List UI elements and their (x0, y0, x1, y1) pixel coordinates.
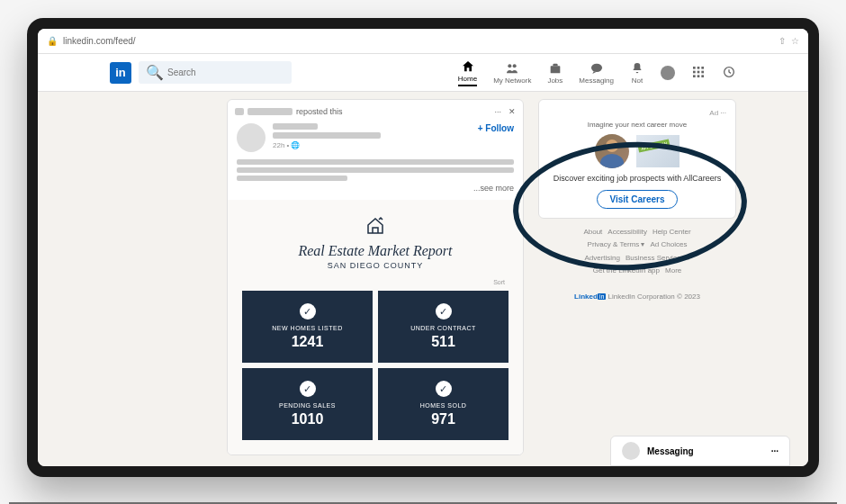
share-icon[interactable]: ⇧ (778, 36, 786, 46)
stats-grid: ✓NEW HOMES LISTED1241✓UNDER CONTRACT511✓… (242, 291, 508, 440)
svg-rect-11 (698, 75, 700, 77)
footer-link[interactable]: Help Center (652, 228, 691, 236)
svg-rect-8 (698, 71, 700, 74)
footer-link[interactable]: Privacy & Terms ▾ (588, 240, 645, 248)
search-icon: 🔍 (146, 64, 164, 81)
stat-card: ✓PENDING SALES1010 (242, 368, 373, 440)
stat-card: ✓NEW HOMES LISTED1241 (242, 291, 373, 363)
post-menu-icon[interactable]: ··· (494, 107, 501, 116)
jobs-icon (548, 61, 562, 76)
svg-rect-5 (698, 67, 700, 69)
close-icon[interactable]: ✕ (508, 107, 516, 116)
search-box[interactable]: 🔍 (139, 61, 292, 84)
message-icon (590, 61, 604, 76)
linkedin-brand: Linked (574, 292, 598, 301)
report-subtitle: SAN DIEGO COUNTY (242, 261, 508, 270)
network-icon (505, 61, 519, 76)
target-icon (722, 65, 736, 79)
nav-me[interactable] (661, 66, 675, 80)
feed-post: reposted this ···✕ 22h • 🌐 + Follow ...s… (227, 99, 524, 455)
svg-rect-9 (701, 71, 704, 74)
footer-link[interactable]: Business Services ▾ (626, 254, 690, 262)
post-timestamp: 22h • 🌐 (273, 141, 471, 149)
avatar-icon (661, 66, 675, 80)
footer-link[interactable]: Ad Choices (650, 240, 687, 248)
browser-url-bar: 🔒 linkedin.com/feed/ ⇧☆ (38, 29, 808, 54)
linkedin-logo[interactable]: in (110, 62, 131, 84)
svg-rect-2 (551, 66, 561, 73)
url-text: linkedin.com/feed/ (63, 36, 778, 46)
svg-rect-4 (693, 67, 696, 69)
ad-title: Imagine your next career move (548, 121, 726, 129)
avatar (622, 442, 640, 460)
repost-header: reposted this ···✕ (228, 100, 523, 123)
ad-avatar (595, 134, 629, 168)
post-image-report: Real Estate Market Report SAN DIEGO COUN… (228, 200, 523, 454)
nav-network[interactable]: My Network (493, 61, 531, 85)
svg-rect-10 (693, 75, 696, 77)
see-more-link[interactable]: ...see more (237, 184, 514, 193)
footer-link[interactable]: Accessibility (608, 228, 647, 236)
check-icon: ✓ (300, 303, 316, 320)
stat-card: ✓UNDER CONTRACT511 (378, 291, 508, 363)
svg-point-3 (591, 63, 602, 71)
footer-link[interactable]: More (665, 266, 681, 274)
footer-link[interactable]: Advertising (584, 254, 620, 262)
report-title: Real Estate Market Report (242, 243, 508, 259)
svg-rect-7 (693, 71, 696, 74)
globe-icon: 🌐 (291, 141, 300, 149)
footer-link[interactable]: About (583, 228, 602, 236)
check-icon: ✓ (436, 381, 452, 397)
nav-work[interactable] (691, 65, 706, 80)
bell-icon (630, 61, 644, 76)
svg-point-0 (508, 64, 512, 68)
footer-link[interactable]: Get the LinkedIn app (593, 266, 660, 274)
messaging-bar[interactable]: Messaging ··· (610, 436, 790, 466)
nav-notifications[interactable]: Not (630, 61, 644, 85)
check-icon: ✓ (300, 381, 316, 397)
svg-rect-12 (701, 75, 704, 77)
url-actions: ⇧☆ (778, 36, 799, 46)
nav-jobs[interactable]: Jobs (547, 61, 562, 85)
nav-messaging[interactable]: Messaging (579, 61, 614, 85)
author-avatar[interactable] (237, 123, 266, 152)
nav-learning[interactable] (722, 65, 736, 80)
sort-label[interactable]: Sort (242, 279, 508, 285)
follow-button[interactable]: + Follow (478, 123, 514, 133)
visit-careers-button[interactable]: Visit Careers (597, 190, 679, 209)
search-input[interactable] (167, 68, 284, 77)
grid-icon (691, 65, 706, 79)
ad-box: Ad ··· Imagine your next career move Dis… (538, 99, 736, 219)
ad-badge-image (636, 135, 680, 167)
lock-icon: 🔒 (47, 36, 58, 46)
stat-card: ✓HOMES SOLD971 (378, 368, 508, 440)
house-icon (364, 214, 386, 236)
nav-home[interactable]: Home (458, 59, 477, 86)
footer-links: AboutAccessibilityHelp CenterPrivacy & T… (538, 226, 736, 303)
ad-description: Discover exciting job prospects with All… (548, 174, 726, 183)
home-icon (461, 59, 475, 74)
check-icon: ✓ (436, 303, 452, 320)
svg-rect-6 (701, 67, 704, 69)
top-nav: in 🔍 Home My Network Jobs Messaging Not (38, 54, 808, 92)
svg-point-1 (513, 64, 517, 68)
messaging-menu-icon[interactable]: ··· (771, 446, 778, 456)
star-icon[interactable]: ☆ (791, 36, 799, 46)
ad-label[interactable]: Ad ··· (548, 109, 726, 117)
